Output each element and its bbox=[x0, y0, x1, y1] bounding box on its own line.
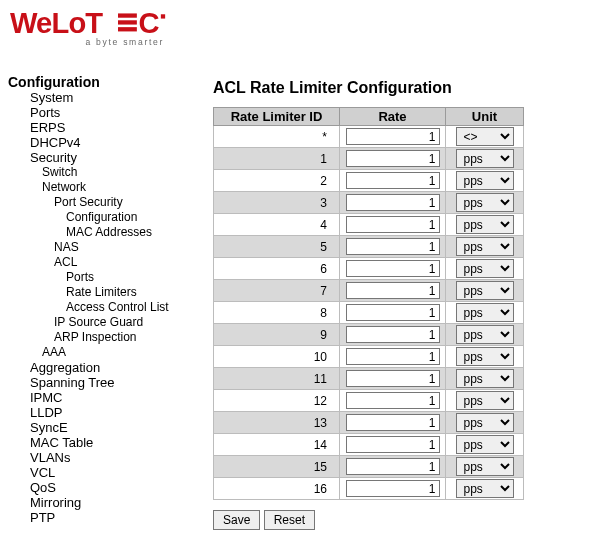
rate-cell bbox=[340, 280, 446, 302]
rate-limiter-id-cell: 3 bbox=[214, 192, 340, 214]
unit-select[interactable]: ppskbps bbox=[456, 479, 514, 498]
nav-item[interactable]: NAS bbox=[8, 240, 209, 255]
rate-cell bbox=[340, 192, 446, 214]
nav-item[interactable]: Mirroring bbox=[8, 495, 209, 510]
svg-text:C: C bbox=[139, 7, 160, 39]
rate-input[interactable] bbox=[346, 282, 440, 299]
table-row: 10ppskbps bbox=[214, 346, 524, 368]
rate-input[interactable] bbox=[346, 216, 440, 233]
unit-cell: ppskbps bbox=[446, 170, 524, 192]
nav-item[interactable]: DHCPv4 bbox=[8, 135, 209, 150]
unit-select[interactable]: ppskbps bbox=[456, 215, 514, 234]
rate-input[interactable] bbox=[346, 260, 440, 277]
nav-item[interactable]: PTP bbox=[8, 510, 209, 525]
rate-input[interactable] bbox=[346, 458, 440, 475]
unit-select[interactable]: ppskbps bbox=[456, 193, 514, 212]
unit-cell: <>ppskbps bbox=[446, 126, 524, 148]
unit-cell: ppskbps bbox=[446, 280, 524, 302]
rate-limiter-id-cell: 15 bbox=[214, 456, 340, 478]
rate-limiter-id-cell: 10 bbox=[214, 346, 340, 368]
unit-cell: ppskbps bbox=[446, 236, 524, 258]
rate-limiter-id-cell: 14 bbox=[214, 434, 340, 456]
nav-item[interactable]: System bbox=[8, 90, 209, 105]
rate-input[interactable] bbox=[346, 392, 440, 409]
rate-input[interactable] bbox=[346, 304, 440, 321]
rate-cell bbox=[340, 258, 446, 280]
rate-limiter-id-cell: 9 bbox=[214, 324, 340, 346]
unit-select[interactable]: ppskbps bbox=[456, 369, 514, 388]
unit-cell: ppskbps bbox=[446, 390, 524, 412]
nav-item[interactable]: Port Security bbox=[8, 195, 209, 210]
unit-select[interactable]: ppskbps bbox=[456, 237, 514, 256]
nav-item[interactable]: VLANs bbox=[8, 450, 209, 465]
nav-item[interactable]: LLDP bbox=[8, 405, 209, 420]
nav-item[interactable]: IPMC bbox=[8, 390, 209, 405]
unit-select[interactable]: ppskbps bbox=[456, 325, 514, 344]
unit-select[interactable]: ppskbps bbox=[456, 259, 514, 278]
unit-cell: ppskbps bbox=[446, 412, 524, 434]
table-row: *<>ppskbps bbox=[214, 126, 524, 148]
unit-select[interactable]: ppskbps bbox=[456, 303, 514, 322]
nav-item[interactable]: MAC Table bbox=[8, 435, 209, 450]
unit-select[interactable]: ppskbps bbox=[456, 171, 514, 190]
save-button[interactable]: Save bbox=[213, 510, 260, 530]
nav-item[interactable]: QoS bbox=[8, 480, 209, 495]
rate-input[interactable] bbox=[346, 150, 440, 167]
unit-select[interactable]: ppskbps bbox=[456, 391, 514, 410]
rate-input[interactable] bbox=[346, 326, 440, 343]
rate-cell bbox=[340, 170, 446, 192]
unit-select[interactable]: ppskbps bbox=[456, 149, 514, 168]
unit-select[interactable]: ppskbps bbox=[456, 347, 514, 366]
svg-text:WeLoT: WeLoT bbox=[10, 7, 103, 39]
rate-input[interactable] bbox=[346, 370, 440, 387]
nav-item[interactable]: Ports bbox=[8, 105, 209, 120]
unit-cell: ppskbps bbox=[446, 324, 524, 346]
unit-select[interactable]: ppskbps bbox=[456, 413, 514, 432]
rate-input[interactable] bbox=[346, 172, 440, 189]
nav-item[interactable]: Switch bbox=[8, 165, 209, 180]
nav-item[interactable]: Configuration bbox=[8, 210, 209, 225]
nav-item[interactable]: Network bbox=[8, 180, 209, 195]
rate-input[interactable] bbox=[346, 480, 440, 497]
nav-item[interactable]: SyncE bbox=[8, 420, 209, 435]
table-row: 1ppskbps bbox=[214, 148, 524, 170]
nav-item[interactable]: Spanning Tree bbox=[8, 375, 209, 390]
nav-item[interactable]: Rate Limiters bbox=[8, 285, 209, 300]
unit-select[interactable]: ppskbps bbox=[456, 435, 514, 454]
nav-item[interactable]: Access Control List bbox=[8, 300, 209, 315]
rate-input[interactable] bbox=[346, 194, 440, 211]
nav-item[interactable]: ACL bbox=[8, 255, 209, 270]
nav-item[interactable]: Ports bbox=[8, 270, 209, 285]
unit-cell: ppskbps bbox=[446, 258, 524, 280]
unit-cell: ppskbps bbox=[446, 148, 524, 170]
table-row: 13ppskbps bbox=[214, 412, 524, 434]
rate-cell bbox=[340, 434, 446, 456]
unit-select[interactable]: ppskbps bbox=[456, 281, 514, 300]
rate-cell bbox=[340, 390, 446, 412]
rate-input[interactable] bbox=[346, 128, 440, 145]
rate-input[interactable] bbox=[346, 436, 440, 453]
nav-item[interactable]: ERPS bbox=[8, 120, 209, 135]
rate-input[interactable] bbox=[346, 348, 440, 365]
rate-input[interactable] bbox=[346, 238, 440, 255]
nav-item[interactable]: AAA bbox=[8, 345, 209, 360]
rate-limiter-id-cell: 16 bbox=[214, 478, 340, 500]
nav-item[interactable]: MAC Addresses bbox=[8, 225, 209, 240]
table-row: 12ppskbps bbox=[214, 390, 524, 412]
rate-cell bbox=[340, 126, 446, 148]
unit-select[interactable]: <>ppskbps bbox=[456, 127, 514, 146]
rate-limiter-id-cell: * bbox=[214, 126, 340, 148]
rate-cell bbox=[340, 236, 446, 258]
nav-item[interactable]: ARP Inspection bbox=[8, 330, 209, 345]
nav-item[interactable]: Aggregation bbox=[8, 360, 209, 375]
nav-item[interactable]: VCL bbox=[8, 465, 209, 480]
table-row: 15ppskbps bbox=[214, 456, 524, 478]
unit-select[interactable]: ppskbps bbox=[456, 457, 514, 476]
rate-cell bbox=[340, 214, 446, 236]
nav-item[interactable]: Security bbox=[8, 150, 209, 165]
nav-item[interactable]: IP Source Guard bbox=[8, 315, 209, 330]
unit-cell: ppskbps bbox=[446, 346, 524, 368]
reset-button[interactable]: Reset bbox=[264, 510, 315, 530]
rate-limiter-id-cell: 7 bbox=[214, 280, 340, 302]
rate-input[interactable] bbox=[346, 414, 440, 431]
